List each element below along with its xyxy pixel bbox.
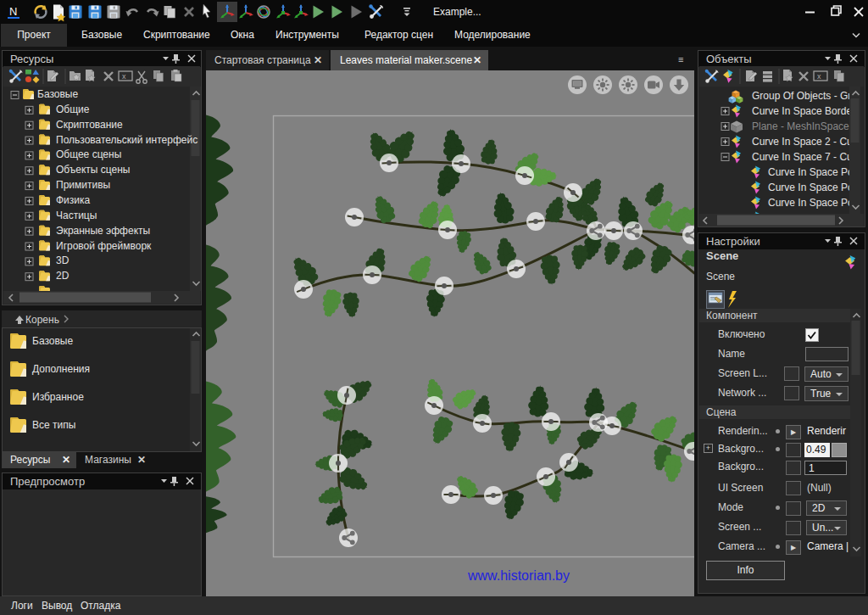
svg-text:N: N — [9, 5, 17, 18]
svg-text:Example...: Example... — [433, 6, 481, 18]
svg-text:www.historian.by: www.historian.by — [467, 568, 570, 583]
svg-text:x: x — [122, 72, 126, 81]
